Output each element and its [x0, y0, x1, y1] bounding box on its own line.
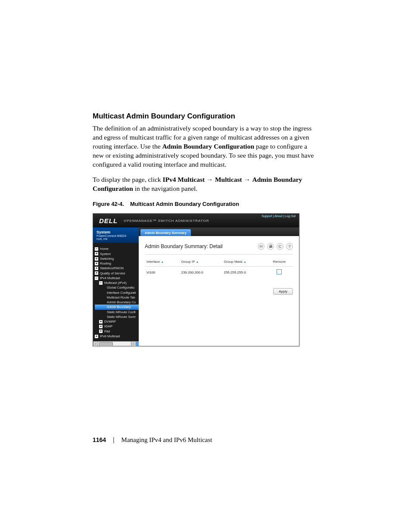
- nav-qos[interactable]: +Quality of Service: [95, 271, 139, 276]
- scroll-left-icon[interactable]: ‹: [93, 341, 98, 346]
- nav-label: Multicast (IPv4): [104, 280, 127, 285]
- expand-icon[interactable]: +: [95, 252, 98, 255]
- cell-interface: Vl100: [145, 267, 179, 278]
- nav-label: Statistics/RMON: [100, 266, 124, 271]
- col-group-ip[interactable]: Group IP▲: [179, 257, 222, 267]
- nav-label: Multicast Route Tab: [107, 295, 135, 300]
- scrollbar-thumb[interactable]: [99, 342, 113, 346]
- tab-admin-boundary-summary[interactable]: Admin Boundary Summary: [140, 229, 191, 236]
- panel-header: Admin Boundary Summary: Detail H 🖶 C ?: [145, 243, 293, 250]
- expand-icon[interactable]: +: [95, 262, 98, 265]
- nav-pim[interactable]: +PIM: [95, 329, 139, 334]
- nav-label: Admin Boundary Co: [107, 300, 136, 305]
- nav-label: IPv4 Multicast: [100, 276, 120, 280]
- expand-icon[interactable]: +: [99, 330, 103, 333]
- collapse-icon[interactable]: −: [99, 281, 103, 285]
- nav-label: PIM: [104, 329, 110, 334]
- nav-label: Static MRoute Sumr: [107, 314, 136, 319]
- nav-interface-config[interactable]: Interface Configurati: [95, 290, 139, 295]
- brand-logo: DELL: [99, 217, 118, 224]
- system-user: root, r/w: [97, 237, 136, 240]
- nav-igmp[interactable]: +IGMP: [95, 324, 139, 329]
- text: To display the page, click: [93, 176, 162, 183]
- collapse-icon[interactable]: −: [95, 277, 98, 280]
- page-number: 1164: [93, 436, 106, 443]
- nav-label: Quality of Service: [100, 271, 125, 276]
- nav-static-mroute-config[interactable]: Static MRoute Confi: [95, 310, 139, 314]
- nav-admin-boundary-config[interactable]: Admin Boundary Co: [95, 300, 139, 305]
- nav-mroute-table[interactable]: Multicast Route Tab: [95, 295, 139, 300]
- arrow-icon: →: [244, 176, 252, 183]
- print-icon[interactable]: 🖶: [267, 243, 274, 250]
- nav-home[interactable]: −Home: [95, 246, 139, 251]
- col-remove: Remove: [266, 257, 293, 267]
- apply-button[interactable]: Apply: [273, 288, 293, 295]
- nav-multicast-ipv4[interactable]: −Multicast (IPv4): [95, 280, 139, 285]
- nav-tree: −Home +System +Switching +Routing +Stati…: [93, 243, 139, 341]
- nav-system[interactable]: +System: [95, 252, 139, 256]
- nav-ipv4-multicast[interactable]: −IPv4 Multicast: [95, 276, 139, 280]
- divider: [145, 254, 293, 255]
- header-links[interactable]: Support | About | Log Out: [262, 215, 296, 218]
- nav-admin-boundary-summary[interactable]: Admin Boundary: [95, 305, 139, 309]
- paragraph-2: To display the page, click IPv4 Multicas…: [93, 175, 318, 193]
- nav-label: Static MRoute Confi: [107, 310, 136, 314]
- sort-icon[interactable]: ▲: [161, 260, 164, 263]
- page-footer: 1164 | Managing IPv4 and IPv6 Multicast: [93, 436, 212, 444]
- bold-term: Admin Boundary Configuration: [162, 143, 254, 150]
- cell-group-ip: 239.200.200.0: [179, 267, 222, 278]
- col-group-mask[interactable]: Group Mask▲: [222, 257, 265, 267]
- nav-label: Global Configuratio: [107, 285, 134, 290]
- text: in the navigation panel.: [133, 185, 197, 192]
- expand-icon[interactable]: +: [95, 267, 98, 270]
- nav-static-mroute-summary[interactable]: Static MRoute Sumr: [95, 314, 139, 319]
- nav-ipv6-multicast[interactable]: +IPv6 Multicast: [95, 334, 139, 339]
- figure-caption: Figure 42-4.Multicast Admin Boundary Con…: [93, 201, 318, 207]
- footer-separator: |: [113, 436, 115, 443]
- nav-label: Home: [100, 246, 109, 251]
- cell-group-mask: 255.255.255.0: [222, 267, 265, 278]
- nav-label: Switching: [100, 256, 114, 261]
- nav-label: Admin Boundary: [107, 305, 131, 309]
- nav-label: DVMRP: [104, 319, 116, 324]
- arrow-icon: →: [206, 176, 215, 183]
- table-row: Vl100 239.200.200.0 255.255.255.0: [145, 267, 293, 278]
- table-header-row: Interface▲ Group IP▲ Group Mask▲ Remove: [145, 257, 293, 267]
- paragraph-1: The definition of an administratively sc…: [93, 124, 318, 169]
- expand-icon[interactable]: +: [99, 320, 103, 324]
- content-area: Admin Boundary Summary Admin Boundary Su…: [139, 227, 299, 346]
- save-icon[interactable]: H: [258, 243, 265, 250]
- nav-path-2: Multicast: [215, 176, 242, 183]
- app-header: DELL OPENMANAGE™ SWITCH ADMINISTRATOR Su…: [93, 214, 299, 227]
- system-model: PowerConnect M8024: [97, 234, 136, 237]
- chapter-title: Managing IPv4 and IPv6 Multicast: [121, 436, 212, 443]
- nav-global-config[interactable]: Global Configuratio: [95, 285, 139, 290]
- nav-stats[interactable]: +Statistics/RMON: [95, 266, 139, 271]
- expand-icon[interactable]: +: [95, 335, 98, 338]
- expand-icon[interactable]: +: [99, 325, 103, 328]
- sort-icon[interactable]: ▲: [243, 260, 246, 263]
- nav-label: IPv6 Multicast: [100, 334, 120, 339]
- remove-checkbox[interactable]: [277, 269, 282, 274]
- system-info: System PowerConnect M8024 root, r/w: [93, 227, 139, 243]
- scroll-right-icon[interactable]: ›: [131, 341, 136, 346]
- col-interface[interactable]: Interface▲: [145, 257, 179, 267]
- sort-icon[interactable]: ▲: [196, 260, 199, 263]
- nav-dvmrp[interactable]: +DVMRP: [95, 319, 139, 324]
- expand-icon[interactable]: +: [95, 257, 98, 261]
- nav-path-1: IPv4 Multicast: [162, 176, 205, 183]
- figure-number: Figure 42-4.: [93, 201, 124, 207]
- sidebar-scrollbar[interactable]: ‹ ›: [93, 341, 139, 346]
- section-heading: Multicast Admin Boundary Configuration: [93, 112, 318, 121]
- refresh-icon[interactable]: C: [277, 243, 283, 250]
- nav-label: Routing: [100, 261, 111, 266]
- screenshot-figure: DELL OPENMANAGE™ SWITCH ADMINISTRATOR Su…: [93, 213, 299, 346]
- expand-icon[interactable]: +: [95, 271, 98, 275]
- sidebar: System PowerConnect M8024 root, r/w −Hom…: [93, 227, 139, 346]
- scrollbar-track[interactable]: [98, 342, 131, 346]
- collapse-icon[interactable]: −: [95, 247, 98, 251]
- help-icon[interactable]: ?: [286, 243, 293, 250]
- nav-routing[interactable]: +Routing: [95, 261, 139, 266]
- nav-switching[interactable]: +Switching: [95, 256, 139, 261]
- summary-table: Interface▲ Group IP▲ Group Mask▲ Remove …: [145, 257, 293, 278]
